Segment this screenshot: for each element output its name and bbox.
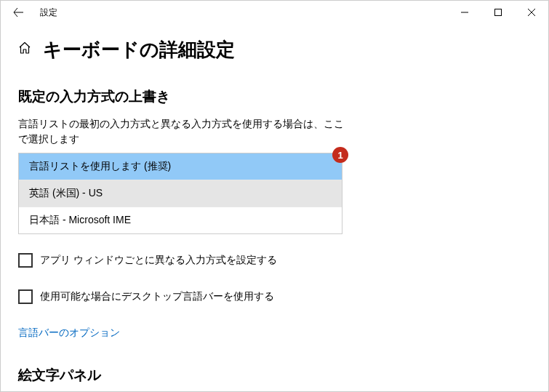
checkbox-per-window[interactable]: アプリ ウィンドウごとに異なる入力方式を設定する xyxy=(18,253,531,268)
back-button[interactable] xyxy=(7,1,30,24)
checkbox-desktop-language-bar[interactable]: 使用可能な場合にデスクトップ言語バーを使用する xyxy=(18,289,531,304)
close-icon xyxy=(528,9,535,16)
minimize-icon xyxy=(461,9,468,16)
dropdown-option[interactable]: 言語リストを使用します (推奨) xyxy=(19,153,342,180)
dropdown-list: 言語リストを使用します (推奨) 英語 (米国) - US 日本語 - Micr… xyxy=(18,153,342,234)
annotation-badge: 1 xyxy=(332,147,348,163)
home-icon[interactable] xyxy=(18,41,31,58)
checkbox-icon xyxy=(18,253,33,268)
maximize-icon xyxy=(494,9,502,16)
page-header: キーボードの詳細設定 xyxy=(18,37,531,63)
maximize-button[interactable] xyxy=(481,1,515,24)
back-arrow-icon xyxy=(13,7,23,17)
input-method-dropdown[interactable]: 言語リストを使用します (推奨) 英語 (米国) - US 日本語 - Micr… xyxy=(18,153,342,234)
checkbox-label: アプリ ウィンドウごとに異なる入力方式を設定する xyxy=(40,254,277,267)
override-section-description: 言語リストの最初の入力方式と異なる入力方式を使用する場合は、ここで選択します xyxy=(18,116,345,147)
close-button[interactable] xyxy=(515,1,548,24)
titlebar: 設定 xyxy=(1,1,548,24)
checkbox-icon xyxy=(18,289,33,304)
checkbox-label: 使用可能な場合にデスクトップ言語バーを使用する xyxy=(40,290,274,303)
dropdown-option[interactable]: 日本語 - Microsoft IME xyxy=(19,207,342,233)
dropdown-option[interactable]: 英語 (米国) - US xyxy=(19,180,342,207)
language-bar-options-link[interactable]: 言語バーのオプション xyxy=(18,327,120,340)
content-area: キーボードの詳細設定 既定の入力方式の上書き 言語リストの最初の入力方式と異なる… xyxy=(1,24,548,385)
minimize-button[interactable] xyxy=(448,1,481,24)
page-title: キーボードの詳細設定 xyxy=(43,37,235,63)
emoji-section-title: 絵文字パネル xyxy=(18,366,531,385)
svg-rect-1 xyxy=(495,9,502,16)
window-controls xyxy=(448,1,548,24)
override-section-title: 既定の入力方式の上書き xyxy=(18,87,531,106)
window-title: 設定 xyxy=(40,7,57,19)
